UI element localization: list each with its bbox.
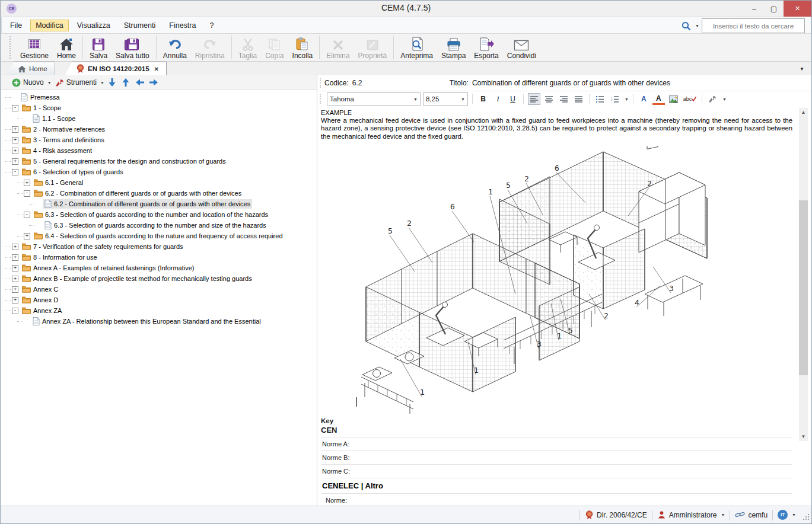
highlight-color-button[interactable]: A xyxy=(652,94,665,105)
menu-item-finestra[interactable]: Finestra xyxy=(164,20,201,31)
tree-expander-plus[interactable]: + xyxy=(12,265,18,271)
tree-expander-plus[interactable]: + xyxy=(12,148,18,154)
tree-expander-minus[interactable]: - xyxy=(12,169,18,175)
tree-row[interactable]: 6.2 - Combination of different guards or… xyxy=(1,199,317,209)
tree-row[interactable]: +2 - Normative references xyxy=(1,124,317,135)
editor-tools-caret[interactable]: ▼ xyxy=(722,97,727,101)
font-family-select[interactable]: Tahoma▼ xyxy=(327,92,421,106)
tree-item[interactable]: Premessa xyxy=(19,92,62,102)
search-input[interactable] xyxy=(702,18,805,33)
tree-row[interactable]: +5 - General requirements for the design… xyxy=(1,156,317,167)
font-size-select[interactable]: 8,25▼ xyxy=(423,92,468,106)
tree-expander-plus[interactable]: + xyxy=(12,254,18,261)
link-indicator[interactable]: cemfu xyxy=(730,511,772,519)
bold-button[interactable]: B xyxy=(477,93,489,105)
salva-tutto-button[interactable]: Salva tutto xyxy=(112,34,154,61)
tree-item[interactable]: 6.4 - Selection of guards according to t… xyxy=(32,232,285,240)
tree-item[interactable]: 6.3 - Selection of guards according to t… xyxy=(43,221,268,230)
tree-item[interactable]: 2 - Normative references xyxy=(20,125,107,133)
scroll-up-icon[interactable]: ▲ xyxy=(799,108,808,117)
search-options-caret[interactable]: ▼ xyxy=(695,24,699,28)
menu-item-file[interactable]: File xyxy=(5,20,27,31)
tree-row[interactable]: +Annex C xyxy=(1,284,317,295)
tree-item[interactable]: Annex C xyxy=(20,285,60,293)
user-menu[interactable]: Amministratore ▼ xyxy=(652,510,730,519)
tree-row[interactable]: +6.1 - General xyxy=(1,177,317,188)
tree-row[interactable]: +8 - Information for use xyxy=(1,252,317,263)
numbered-list-button[interactable]: 12 xyxy=(609,93,621,105)
tree-expander-plus[interactable]: + xyxy=(12,286,18,293)
tree-item[interactable]: 5 - General requirements for the design … xyxy=(20,157,228,165)
tree-row[interactable]: +3 - Terms and definitions xyxy=(1,135,317,145)
tab-list-caret[interactable]: ▼ xyxy=(800,66,804,72)
tree-item[interactable]: 1.1 - Scope xyxy=(31,114,77,123)
insert-image-button[interactable] xyxy=(667,93,680,105)
tree-row[interactable]: -6 - Selection of types of guards xyxy=(1,167,317,177)
salva-button[interactable]: Salva xyxy=(85,34,112,61)
tree-expander-minus[interactable]: - xyxy=(24,212,30,218)
move-down-arrow[interactable] xyxy=(108,78,118,87)
tree-expander-plus[interactable]: + xyxy=(12,137,18,143)
tree-item[interactable]: Annex ZA xyxy=(20,306,63,315)
tree-expander-plus[interactable]: + xyxy=(12,297,18,303)
bullet-list-button[interactable] xyxy=(594,93,606,105)
editor-tools-button[interactable] xyxy=(706,93,719,105)
home-button[interactable]: Home xyxy=(53,34,80,61)
tree-row[interactable]: -6.3 - Selection of guards according to … xyxy=(1,209,317,220)
annulla-button[interactable]: Annulla xyxy=(159,34,191,61)
tree-expander-plus[interactable]: + xyxy=(12,276,18,282)
condividi-button[interactable]: Condividi xyxy=(503,34,540,61)
move-up-arrow[interactable] xyxy=(122,78,132,87)
scrollbar-thumb[interactable] xyxy=(799,200,808,375)
move-left-arrow[interactable] xyxy=(135,78,145,87)
tree-row[interactable]: Annex ZA - Relationship between this Eur… xyxy=(1,316,317,327)
tab-en-iso-14120-2015[interactable]: EN ISO 14120:2015✕ xyxy=(65,62,167,75)
tree-row[interactable]: +7 - Verification of the safety requirem… xyxy=(1,241,317,252)
editor-scrollbar[interactable]: ▲ ▼ xyxy=(799,108,808,441)
tree-row[interactable]: -Annex ZA xyxy=(1,305,317,316)
nuovo-button[interactable]: Nuovo ▼ xyxy=(12,78,52,87)
tree-item[interactable]: Annex D xyxy=(20,296,60,304)
strumenti-button[interactable]: Strumenti ▼ xyxy=(55,78,104,87)
titolo-field[interactable]: Combination of different guards or of gu… xyxy=(472,79,812,87)
tree-expander-plus[interactable]: + xyxy=(24,180,30,186)
align-right-button[interactable] xyxy=(558,93,570,105)
tree-expander-plus[interactable]: + xyxy=(12,126,18,133)
tree-item[interactable]: 6.2 - Combination of different guards or… xyxy=(43,199,252,209)
stampa-button[interactable]: Stampa xyxy=(437,34,470,61)
tree-item[interactable]: Annex ZA - Relationship between this Eur… xyxy=(31,317,263,326)
align-justify-button[interactable] xyxy=(572,93,585,105)
tree-row[interactable]: 6.3 - Selection of guards according to t… xyxy=(1,220,317,231)
tree-row[interactable]: +Annex D xyxy=(1,295,317,305)
tree-item[interactable]: 1 - Scope xyxy=(20,104,63,112)
directive-indicator[interactable]: Dir. 2006/42/CE xyxy=(580,510,652,520)
tree-row[interactable]: +4 - Risk assessment xyxy=(1,145,317,156)
tree-row[interactable]: +6.4 - Selection of guards according to … xyxy=(1,231,317,241)
gestione-button[interactable]: Gestione xyxy=(16,34,53,61)
tree-item[interactable]: 4 - Risk assessment xyxy=(20,146,94,155)
menu-item-strumenti[interactable]: Strumenti xyxy=(119,20,161,31)
tree-item[interactable]: 6.1 - General xyxy=(32,178,85,187)
spell-check-button[interactable]: abc xyxy=(682,93,698,105)
menu-item-?[interactable]: ? xyxy=(204,20,219,31)
tree-item[interactable]: 3 - Terms and definitions xyxy=(20,136,106,144)
move-right-arrow[interactable] xyxy=(149,78,159,87)
tree-row[interactable]: -6.2 - Combination of different guards o… xyxy=(1,188,317,199)
tree-item[interactable]: 6.2 - Combination of different guards or… xyxy=(32,189,243,197)
list-options-caret[interactable]: ▼ xyxy=(625,97,629,101)
esporta-button[interactable]: Esporta xyxy=(470,34,502,61)
language-selector[interactable]: IT ▼ xyxy=(773,510,801,520)
resize-grip[interactable] xyxy=(802,513,810,521)
tree-expander-minus[interactable]: - xyxy=(24,190,30,197)
scroll-down-icon[interactable]: ▼ xyxy=(799,432,808,441)
tree-expander-plus[interactable]: + xyxy=(24,233,30,239)
tree-item[interactable]: 8 - Information for use xyxy=(20,253,99,261)
tree-item[interactable]: 7 - Verification of the safety requireme… xyxy=(20,242,185,251)
close-button[interactable]: ✕ xyxy=(784,1,811,17)
tab-close-icon[interactable]: ✕ xyxy=(154,66,159,72)
font-color-button[interactable]: A xyxy=(638,93,650,105)
search-icon[interactable] xyxy=(681,21,692,31)
maximize-button[interactable]: ▢ xyxy=(764,1,784,17)
tree-row[interactable]: Premessa xyxy=(1,92,317,103)
rich-text-editor[interactable]: EXAMPLE Where a mechanical feed device i… xyxy=(317,107,812,507)
